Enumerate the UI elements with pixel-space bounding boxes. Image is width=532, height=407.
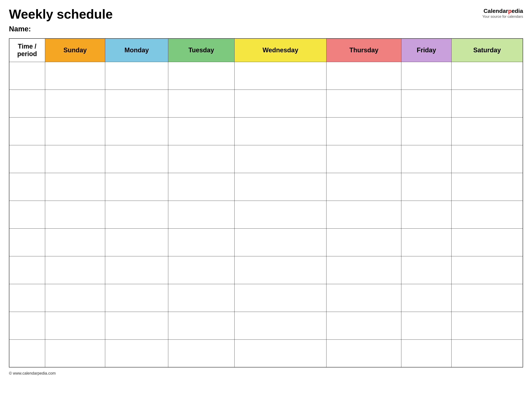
schedule-cell[interactable] xyxy=(401,256,452,284)
logo-brand: Calendarpedia xyxy=(484,8,523,14)
schedule-cell[interactable] xyxy=(168,117,234,145)
schedule-cell[interactable] xyxy=(451,201,523,228)
schedule-cell[interactable] xyxy=(451,117,523,145)
schedule-cell[interactable] xyxy=(168,339,234,367)
schedule-cell[interactable] xyxy=(327,173,401,201)
schedule-cell[interactable] xyxy=(168,201,234,228)
schedule-cell[interactable] xyxy=(327,90,401,117)
schedule-cell[interactable] xyxy=(105,256,168,284)
schedule-cell[interactable] xyxy=(451,90,523,117)
time-cell[interactable] xyxy=(9,62,45,90)
schedule-cell[interactable] xyxy=(105,90,168,117)
logo-tagline: Your source for calendars xyxy=(482,15,523,19)
schedule-cell[interactable] xyxy=(451,62,523,90)
table-row xyxy=(9,228,523,256)
header-row: Time / period Sunday Monday Tuesday Wedn… xyxy=(9,39,523,62)
schedule-cell[interactable] xyxy=(45,173,105,201)
schedule-cell[interactable] xyxy=(105,201,168,228)
schedule-cell[interactable] xyxy=(234,284,327,312)
schedule-cell[interactable] xyxy=(45,339,105,367)
schedule-cell[interactable] xyxy=(105,145,168,173)
schedule-cell[interactable] xyxy=(45,90,105,117)
logo-part1: Calendar xyxy=(484,8,508,14)
schedule-cell[interactable] xyxy=(168,284,234,312)
page-title: Weekly schedule xyxy=(9,7,113,21)
schedule-cell[interactable] xyxy=(168,173,234,201)
time-cell[interactable] xyxy=(9,117,45,145)
schedule-cell[interactable] xyxy=(327,228,401,256)
time-cell[interactable] xyxy=(9,90,45,117)
time-cell[interactable] xyxy=(9,201,45,228)
schedule-cell[interactable] xyxy=(45,312,105,339)
schedule-cell[interactable] xyxy=(451,284,523,312)
schedule-cell[interactable] xyxy=(45,256,105,284)
schedule-cell[interactable] xyxy=(105,312,168,339)
schedule-cell[interactable] xyxy=(327,62,401,90)
schedule-cell[interactable] xyxy=(401,117,452,145)
name-label: Name: xyxy=(9,25,523,33)
schedule-cell[interactable] xyxy=(401,173,452,201)
schedule-cell[interactable] xyxy=(45,117,105,145)
schedule-cell[interactable] xyxy=(451,228,523,256)
schedule-cell[interactable] xyxy=(234,62,327,90)
time-cell[interactable] xyxy=(9,173,45,201)
schedule-cell[interactable] xyxy=(105,173,168,201)
schedule-cell[interactable] xyxy=(451,145,523,173)
schedule-cell[interactable] xyxy=(401,62,452,90)
schedule-cell[interactable] xyxy=(401,339,452,367)
schedule-cell[interactable] xyxy=(327,145,401,173)
schedule-cell[interactable] xyxy=(45,201,105,228)
schedule-cell[interactable] xyxy=(45,62,105,90)
time-cell[interactable] xyxy=(9,339,45,367)
schedule-cell[interactable] xyxy=(451,173,523,201)
schedule-cell[interactable] xyxy=(327,256,401,284)
schedule-cell[interactable] xyxy=(168,228,234,256)
table-row xyxy=(9,117,523,145)
schedule-cell[interactable] xyxy=(168,312,234,339)
schedule-cell[interactable] xyxy=(401,312,452,339)
schedule-cell[interactable] xyxy=(451,256,523,284)
schedule-cell[interactable] xyxy=(234,145,327,173)
schedule-cell[interactable] xyxy=(234,312,327,339)
schedule-cell[interactable] xyxy=(234,173,327,201)
schedule-cell[interactable] xyxy=(451,339,523,367)
schedule-cell[interactable] xyxy=(105,284,168,312)
time-cell[interactable] xyxy=(9,312,45,339)
schedule-cell[interactable] xyxy=(234,256,327,284)
schedule-cell[interactable] xyxy=(234,228,327,256)
schedule-cell[interactable] xyxy=(401,145,452,173)
header-saturday: Saturday xyxy=(451,39,523,62)
schedule-cell[interactable] xyxy=(234,117,327,145)
time-cell[interactable] xyxy=(9,256,45,284)
schedule-cell[interactable] xyxy=(45,145,105,173)
schedule-cell[interactable] xyxy=(327,201,401,228)
schedule-cell[interactable] xyxy=(327,312,401,339)
schedule-cell[interactable] xyxy=(168,90,234,117)
schedule-body xyxy=(9,62,523,367)
schedule-cell[interactable] xyxy=(401,201,452,228)
schedule-cell[interactable] xyxy=(234,201,327,228)
schedule-cell[interactable] xyxy=(168,62,234,90)
schedule-cell[interactable] xyxy=(401,90,452,117)
schedule-cell[interactable] xyxy=(168,256,234,284)
schedule-cell[interactable] xyxy=(105,339,168,367)
schedule-cell[interactable] xyxy=(105,62,168,90)
table-row xyxy=(9,312,523,339)
schedule-cell[interactable] xyxy=(234,339,327,367)
schedule-cell[interactable] xyxy=(451,312,523,339)
schedule-cell[interactable] xyxy=(401,284,452,312)
schedule-cell[interactable] xyxy=(327,339,401,367)
time-cell[interactable] xyxy=(9,228,45,256)
schedule-cell[interactable] xyxy=(105,117,168,145)
schedule-cell[interactable] xyxy=(327,284,401,312)
time-cell[interactable] xyxy=(9,145,45,173)
schedule-cell[interactable] xyxy=(105,228,168,256)
schedule-cell[interactable] xyxy=(45,284,105,312)
schedule-cell[interactable] xyxy=(168,145,234,173)
schedule-cell[interactable] xyxy=(234,90,327,117)
schedule-cell[interactable] xyxy=(327,117,401,145)
time-cell[interactable] xyxy=(9,284,45,312)
table-row xyxy=(9,173,523,201)
schedule-cell[interactable] xyxy=(401,228,452,256)
schedule-cell[interactable] xyxy=(45,228,105,256)
